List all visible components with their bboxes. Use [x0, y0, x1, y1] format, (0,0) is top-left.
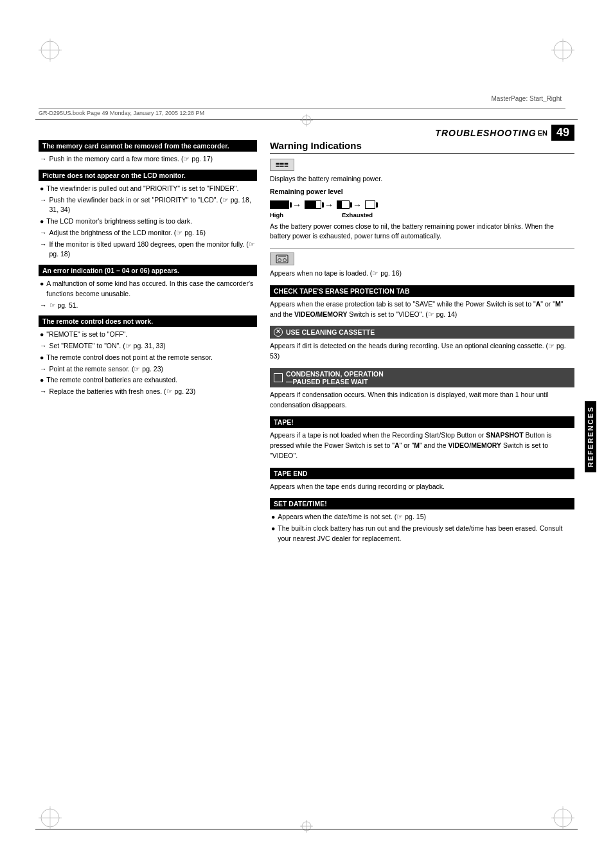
tape-warning-header: TAPE!	[270, 416, 574, 428]
item-text: The remote control batteries are exhaust…	[46, 375, 177, 385]
section-check-tape: CHECK TAPE'S ERASE PROTECTION TAB Appear…	[270, 285, 574, 320]
section-memory-card-header: The memory card cannot be removed from t…	[39, 140, 257, 152]
right-column: Warning Indications ≡≡≡ Displays the bat…	[270, 140, 574, 551]
battery-detail: As the battery power comes close to nil,…	[270, 222, 574, 242]
arrow-item: → If the monitor is tilted upward 180 de…	[40, 240, 257, 260]
item-text: Appears when the date/time is not set. (…	[278, 512, 426, 522]
section-condensation: CONDENSATION, OPERATION—PAUSED PLEASE WA…	[270, 368, 574, 411]
section-remote-header: The remote control does not work.	[39, 315, 257, 327]
bullet-icon: ●	[40, 353, 44, 363]
set-date-time-header: SET DATE/TIME!	[270, 498, 574, 509]
section-tape-warning: TAPE! Appears if a tape is not loaded wh…	[270, 416, 574, 461]
check-tape-description: Appears when the erase protection tab is…	[270, 299, 574, 320]
arrow-item: → Set "REMOTE" to "ON". (☞ pg. 31, 33)	[40, 341, 257, 351]
bullet-item: ● The built-in clock battery has run out…	[271, 524, 574, 544]
section-memory-card: The memory card cannot be removed from t…	[39, 140, 257, 164]
svg-point-19	[278, 259, 281, 262]
use-cleaning-description: Appears if dirt is detected on the heads…	[270, 341, 574, 362]
item-text: If the monitor is tilted upward 180 degr…	[49, 240, 258, 260]
svg-point-20	[283, 259, 287, 262]
section-title: TROUBLESHOOTING	[435, 128, 536, 138]
section-no-tape: Appears when no tape is loaded. (☞ pg. 1…	[270, 252, 574, 279]
section-use-cleaning: ✕ USE CLEANING CASSETTE Appears if dirt …	[270, 326, 574, 362]
item-text: Push in the memory card a few more times…	[49, 154, 213, 164]
check-tape-header: CHECK TAPE'S ERASE PROTECTION TAB	[270, 285, 574, 297]
arrow-icon: →	[40, 154, 47, 164]
item-text: ☞ pg. 51.	[49, 301, 78, 311]
section-lcd-header: Picture does not appear on the LCD monit…	[39, 170, 257, 181]
battery-full-icon	[270, 200, 289, 209]
item-text: The viewfinder is pulled out and "PRIORI…	[46, 184, 238, 194]
divider	[270, 248, 574, 249]
arrow-icon: →	[40, 364, 47, 375]
left-column: The memory card cannot be removed from t…	[39, 140, 257, 551]
battery-level-labels: High Exhausted	[270, 211, 373, 218]
bullet-icon: ●	[271, 512, 275, 522]
bullet-item: ● "REMOTE" is set to "OFF".	[40, 330, 257, 340]
bullet-item: ● A malfunction of some kind has occured…	[40, 279, 257, 299]
arrow-item: → Replace the batteries with fresh ones.…	[40, 387, 257, 397]
item-text: Push the viewfinder back in or set "PRIO…	[49, 195, 258, 216]
section-tape-end: TAPE END Appears when the tape ends duri…	[270, 468, 574, 492]
use-cleaning-label: USE CLEANING CASSETTE	[286, 328, 375, 336]
section-error-header: An error indication (01 – 04 or 06) appe…	[39, 265, 257, 276]
high-label: High	[270, 211, 283, 218]
battery-description: Displays the battery remaining power.	[270, 174, 574, 184]
page-title-area: TROUBLESHOOTING EN 49	[435, 125, 574, 141]
tape-end-description: Appears when the tape ends during record…	[270, 482, 574, 492]
battery-level-label: Remaining power level	[270, 187, 574, 197]
battery-three-quarter-icon	[305, 200, 321, 209]
reg-mark-bl	[39, 806, 62, 829]
exhausted-label: Exhausted	[342, 211, 373, 218]
bullet-icon: ●	[40, 184, 44, 194]
section-set-date-time: SET DATE/TIME! ● Appears when the date/t…	[270, 498, 574, 544]
condensation-icon	[274, 373, 283, 382]
reg-mark-br	[551, 806, 574, 829]
section-lcd-content: ● The viewfinder is pulled out and "PRIO…	[39, 184, 257, 260]
arrow-separator: →	[324, 200, 333, 210]
section-memory-card-content: → Push in the memory card a few more tim…	[39, 154, 257, 164]
item-text: The LCD monitor's brightness setting is …	[46, 217, 192, 227]
bullet-item: ● The remote control batteries are exhau…	[40, 375, 257, 385]
battery-empty-icon	[365, 200, 375, 209]
arrow-item: → Push the viewfinder back in or set "PR…	[40, 195, 257, 216]
master-page-label: MasterPage: Start_Right	[492, 95, 562, 102]
bullet-icon: ●	[40, 279, 44, 289]
references-label: REFERENCES	[585, 401, 596, 472]
item-text: The built-in clock battery has run out a…	[278, 524, 574, 544]
item-text: "REMOTE" is set to "OFF".	[46, 330, 127, 340]
arrow-separator: →	[292, 200, 301, 210]
section-error-content: ● A malfunction of some kind has occured…	[39, 279, 257, 310]
reg-mark-tl	[39, 39, 62, 62]
bullet-item: ● The viewfinder is pulled out and "PRIO…	[40, 184, 257, 194]
reg-mark-tr	[551, 39, 574, 62]
arrow-item: → Point at the remote sensor. (☞ pg. 23)	[40, 364, 257, 375]
page-container: MasterPage: Start_Right GR-D295US.book P…	[0, 0, 613, 868]
arrow-icon: →	[40, 195, 47, 206]
use-cleaning-header: ✕ USE CLEANING CASSETTE	[270, 326, 574, 339]
arrow-icon: →	[40, 228, 47, 238]
bullet-icon: ●	[40, 330, 44, 340]
crosshair-top-center	[300, 114, 313, 127]
tape-end-header: TAPE END	[270, 468, 574, 479]
section-remote-control: The remote control does not work. ● "REM…	[39, 315, 257, 397]
arrow-icon: →	[40, 387, 47, 397]
item-text: Adjust the brightness of the LCD monitor…	[49, 228, 206, 238]
item-text: A malfunction of some kind has occured. …	[46, 279, 257, 299]
arrow-icon: →	[40, 240, 47, 250]
bullet-item: ● The remote control does not point at t…	[40, 353, 257, 363]
condensation-header: CONDENSATION, OPERATION—PAUSED PLEASE WA…	[270, 368, 574, 387]
page-number: 49	[551, 125, 574, 141]
no-tape-description: Appears when no tape is loaded. (☞ pg. 1…	[270, 269, 574, 279]
item-text: Point at the remote sensor. (☞ pg. 23)	[49, 364, 164, 375]
references-sidebar: REFERENCES	[585, 373, 596, 501]
border-bottom-line	[35, 829, 578, 829]
section-lcd-monitor: Picture does not appear on the LCD monit…	[39, 170, 257, 260]
battery-low-icon	[337, 200, 350, 209]
battery-indicator-box: ≡≡≡	[270, 159, 294, 171]
bullet-icon: ●	[271, 524, 275, 534]
no-tape-icon-box	[270, 252, 294, 265]
set-date-time-content: ● Appears when the date/time is not set.…	[270, 512, 574, 544]
arrow-icon: →	[40, 341, 47, 351]
crosshair-bottom	[300, 820, 313, 833]
